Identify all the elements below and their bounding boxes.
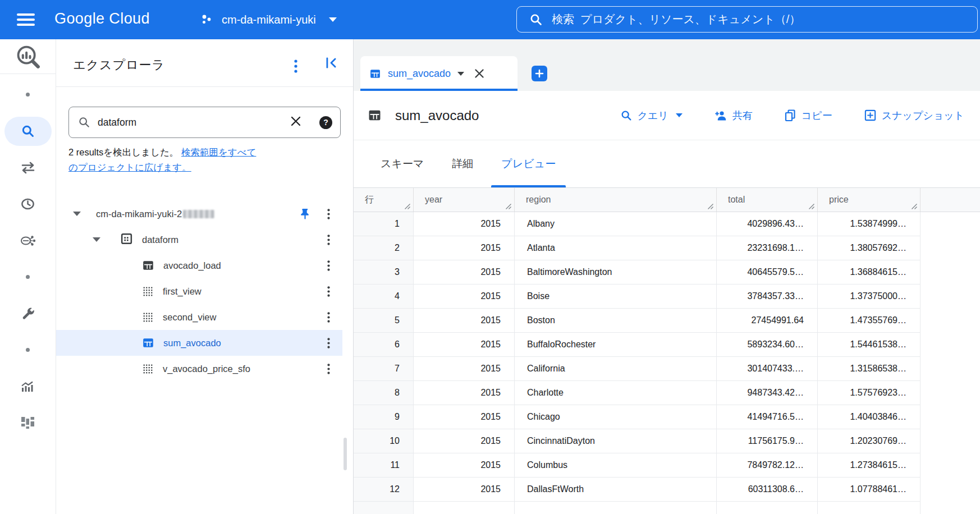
table-row: 32015BaltimoreWashington40645579.5…1.368…: [354, 260, 921, 284]
global-search-input[interactable]: [552, 13, 977, 26]
search-help-icon[interactable]: ?: [319, 116, 332, 129]
table-row: 102015CincinnatiDayton11756175.9…1.20230…: [354, 429, 921, 453]
table-icon: [369, 68, 381, 80]
table-row: [354, 502, 921, 514]
tab-sum-avocado[interactable]: sum_avocado: [360, 56, 518, 91]
explorer-scrollbar-thumb[interactable]: [344, 438, 347, 470]
menu-icon[interactable]: [17, 13, 35, 26]
data-cell: DallasFtWorth: [515, 478, 717, 501]
subtab-2[interactable]: プレビュー: [491, 140, 566, 187]
explorer-search-box[interactable]: ?: [68, 107, 341, 138]
more-options-icon[interactable]: [327, 235, 330, 247]
nav-routines-icon[interactable]: [0, 222, 56, 259]
snapshot-icon: [864, 109, 877, 122]
share-button[interactable]: 共有: [714, 109, 753, 122]
explorer-panel: エクスプローラ ? 2 resultsを検出しました。 検索範囲をすべてのプロジ…: [56, 39, 354, 514]
row-number-cell: 11: [354, 453, 414, 477]
column-resize-handle[interactable]: [808, 203, 815, 210]
row-number-cell: 8: [354, 381, 414, 405]
row-number-cell: 3: [354, 260, 414, 284]
data-cell: 1.31586538…: [818, 357, 921, 380]
data-cell: Atlanta: [515, 236, 717, 260]
data-cell: Columbus: [515, 453, 717, 477]
data-cell: 301407433.…: [717, 357, 818, 380]
table-row: 52015Boston27454991.641.47355769…: [354, 309, 921, 333]
more-options-icon[interactable]: [327, 338, 330, 351]
nav-tools-icon[interactable]: [0, 295, 56, 332]
more-options-icon[interactable]: [327, 286, 330, 299]
data-cell: 2015: [414, 236, 515, 260]
copy-button[interactable]: コピー: [784, 109, 832, 122]
data-cell: 1.40403846…: [818, 405, 921, 429]
data-cell: 3784357.33…: [717, 284, 818, 308]
nav-transfers-icon[interactable]: [0, 149, 56, 186]
data-cell: 1.38057692…: [818, 236, 921, 260]
subtab-0[interactable]: スキーマ: [370, 140, 434, 187]
column-header-empty: [921, 188, 980, 212]
tree-row-dataset[interactable]: dataform: [56, 227, 342, 253]
explorer-menu-icon[interactable]: [292, 57, 300, 77]
chevron-down-icon: [329, 17, 337, 22]
table-row: 72015California301407433.…1.31586538…: [354, 357, 921, 381]
project-tree-label: cm-da-mikami-yuki-2: [96, 209, 214, 219]
tree-row-project[interactable]: cm-da-mikami-yuki-2: [56, 201, 342, 227]
data-cell: 60311308.6…: [717, 478, 818, 501]
more-options-icon[interactable]: [327, 312, 330, 325]
table-row: 112015Columbus7849782.12…1.27384615…: [354, 453, 921, 478]
tab-menu-caret-icon[interactable]: [457, 72, 464, 76]
chevron-down-icon: [676, 113, 683, 117]
tree-row-sum_avocado[interactable]: sum_avocado: [56, 330, 342, 356]
nav-analytics-icon[interactable]: [0, 368, 56, 405]
view-icon: [142, 363, 154, 375]
tree-row-second_view[interactable]: second_view: [56, 304, 342, 330]
column-resize-handle[interactable]: [911, 203, 918, 210]
tree-row-v_avocado_price_sfo[interactable]: v_avocado_price_sfo: [56, 356, 342, 382]
data-cell: 1.57576923…: [818, 381, 921, 405]
google-cloud-logo[interactable]: Google Cloud: [54, 10, 150, 27]
nav-history-icon[interactable]: [0, 186, 56, 222]
person-add-icon: [714, 109, 727, 122]
row-number-cell: 4: [354, 284, 414, 308]
table-row: 42015Boise3784357.33…1.37375000…: [354, 284, 921, 309]
nav-bi-engine-icon[interactable]: [0, 405, 56, 441]
resource-tree: cm-da-mikami-yuki-2 dataform avocado_loa: [56, 201, 353, 382]
column-resize-handle[interactable]: [404, 203, 411, 210]
new-tab-button[interactable]: [532, 66, 547, 81]
project-selector[interactable]: cm-da-mikami-yuki: [200, 0, 337, 39]
data-cell: 2015: [414, 453, 515, 477]
column-resize-handle[interactable]: [707, 203, 714, 210]
tree-row-first_view[interactable]: first_view: [56, 278, 342, 304]
pin-icon[interactable]: [300, 208, 310, 222]
query-button[interactable]: クエリ: [620, 109, 683, 122]
row-number-cell: 6: [354, 333, 414, 356]
more-options-icon[interactable]: [327, 364, 330, 377]
collapse-panel-icon[interactable]: [324, 56, 338, 72]
more-options-icon[interactable]: [327, 209, 330, 222]
column-resize-handle[interactable]: [505, 203, 512, 210]
data-cell: 1.27384615…: [818, 453, 921, 477]
data-cell: BuffaloRochester: [515, 333, 717, 356]
subtab-1[interactable]: 詳細: [442, 140, 483, 187]
resource-header: sum_avocado クエリ 共有 コピー スナップショット: [354, 91, 980, 140]
data-cell: [818, 502, 921, 514]
data-cell: BaltimoreWashington: [515, 260, 717, 284]
tree-row-avocado_load[interactable]: avocado_load: [56, 253, 342, 278]
data-cell: Albany: [515, 212, 717, 236]
table-row: 122015DallasFtWorth60311308.6…1.07788461…: [354, 478, 921, 502]
clear-search-icon[interactable]: [289, 114, 303, 130]
global-search-bar[interactable]: [516, 6, 978, 33]
snapshot-button[interactable]: スナップショット: [864, 109, 964, 122]
table-row: 92015Chicago41494716.5…1.40403846…: [354, 405, 921, 429]
explorer-search-input[interactable]: [98, 117, 289, 128]
expand-caret-icon[interactable]: [73, 212, 81, 216]
expand-caret-icon[interactable]: [93, 237, 100, 242]
bigquery-logo-icon[interactable]: [0, 39, 56, 74]
data-cell: 5893234.60…: [717, 333, 818, 356]
close-tab-icon[interactable]: [474, 68, 484, 79]
more-options-icon[interactable]: [327, 260, 330, 273]
table-icon: [368, 108, 382, 122]
top-app-bar: Google Cloud cm-da-mikami-yuki: [0, 0, 980, 39]
nav-search-icon[interactable]: [4, 117, 52, 146]
data-cell: 4029896.43…: [717, 212, 818, 236]
main-content: sum_avocado sum_avocado クエリ: [354, 39, 980, 514]
